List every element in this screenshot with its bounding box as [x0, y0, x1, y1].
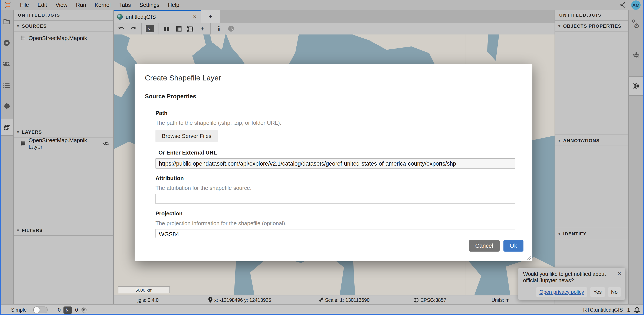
map-status-bar: jgis: 0.4.0 x: -12198496 y: 12413925 Sca… [114, 295, 554, 304]
projection-description: The projection information for the shape… [156, 220, 522, 227]
menu-kernel[interactable]: Kernel [90, 2, 115, 8]
section-header-filters[interactable]: ▾ FILTERS [14, 225, 113, 236]
layer-item-openstreetmap[interactable]: OpenStreetMap.Mapnik Layer [14, 139, 113, 148]
open-privacy-policy-button[interactable]: Open privacy policy [536, 287, 587, 297]
menu-file[interactable]: File [16, 2, 33, 8]
menu-tabs[interactable]: Tabs [115, 2, 135, 8]
jgis-panel-icon[interactable] [0, 119, 13, 136]
terminal-count: 0 [58, 307, 60, 313]
plus-icon: + [200, 25, 204, 32]
notification-yes-button[interactable]: Yes [590, 287, 605, 297]
toolbar-separator [142, 23, 142, 34]
terminal-icon[interactable]: $_ [64, 306, 72, 314]
cancel-button[interactable]: Cancel [469, 240, 500, 252]
menu-help[interactable]: Help [164, 2, 184, 8]
tab-close-icon[interactable]: ✕ [192, 14, 198, 19]
projection-code: EPSG:3857 [414, 296, 446, 304]
property-inspector-icon[interactable]: ⚙⚙ [629, 16, 644, 34]
notification-no-button[interactable]: No [608, 287, 621, 297]
simple-mode-label: Simple [11, 307, 26, 313]
left-panel-title: UNTITLED.JGIS [14, 10, 113, 21]
undo-button[interactable] [116, 24, 126, 34]
jgis-right-panel-icon[interactable] [629, 76, 644, 96]
create-shapefile-layer-dialog: Create Shapefile Layer Source Properties… [134, 64, 532, 261]
caret-down-icon: ▾ [17, 24, 19, 28]
section-header-annotations[interactable]: ▾ ANNOTATIONS [555, 134, 628, 146]
attribution-label: Attribution [156, 175, 522, 181]
location-pin-icon [208, 297, 212, 303]
caret-down-icon: ▾ [558, 138, 560, 142]
notification-close-icon[interactable]: ✕ [618, 271, 622, 276]
debugger-bug-icon[interactable] [629, 45, 644, 64]
bell-icon[interactable] [634, 307, 640, 313]
menu-run[interactable]: Run [72, 2, 90, 8]
table-of-contents-icon[interactable] [0, 77, 13, 93]
caret-down-icon: ▾ [558, 231, 560, 236]
collaboration-users-icon[interactable] [0, 56, 13, 72]
new-vector-layer-button[interactable] [185, 24, 196, 34]
section-header-layers[interactable]: ▾ LAYERS [14, 126, 113, 137]
caret-down-icon: ▾ [17, 130, 19, 134]
share-icon[interactable] [620, 2, 626, 8]
source-item-openstreetmap[interactable]: OpenStreetMap.Mapnik [14, 33, 113, 42]
console-button[interactable]: $_ [145, 24, 155, 34]
section-header-identify[interactable]: ▾ IDENTIFY [555, 228, 628, 239]
raster-grid-icon [20, 141, 26, 146]
attribution-description: The attribution for the shapefile source… [156, 185, 522, 191]
app-status-bar: Simple 0 $_ 0 RTC:untitled.jGIS 1 [0, 304, 644, 315]
jupyter-logo-icon [4, 1, 12, 8]
caret-down-icon: ▾ [17, 228, 19, 232]
extension-manager-icon[interactable] [0, 98, 13, 114]
tab-untitled-jgis[interactable]: untitled.jGIS ✕ [114, 10, 201, 23]
notification-count: 1 [627, 307, 630, 313]
map-units: Units: m [492, 296, 510, 304]
simple-mode-toggle[interactable] [33, 307, 48, 313]
menu-settings[interactable]: Settings [135, 2, 164, 8]
browse-server-files-button[interactable]: Browse Server Files [156, 130, 218, 142]
add-layer-button[interactable]: + [197, 24, 208, 34]
section-header-objects-properties[interactable]: ▾ OBJECTS PROPERTIES [555, 20, 628, 31]
external-url-label: Or Enter External URL [158, 149, 522, 156]
ok-button[interactable]: Ok [503, 240, 524, 252]
toolbar-separator [210, 23, 211, 34]
map-scale-bar: 5000 km [118, 287, 170, 293]
path-description: The path to the shapefile (.shp, .zip, o… [156, 120, 522, 126]
temporal-clock-button[interactable] [226, 24, 236, 34]
raster-grid-icon [20, 35, 26, 40]
new-tab-button[interactable]: + [201, 10, 220, 23]
projection-input[interactable] [156, 229, 515, 238]
running-kernels-icon[interactable] [0, 34, 13, 51]
jgis-file-icon [117, 14, 123, 19]
caret-down-icon: ▾ [558, 24, 560, 28]
identify-info-button[interactable]: i [214, 24, 224, 34]
tab-bar: untitled.jGIS ✕ + [114, 10, 554, 23]
jupyter-news-notification: Would you like to get notified about off… [518, 268, 625, 300]
layer-visibility-eye-icon[interactable] [103, 141, 110, 146]
attribution-input[interactable] [156, 194, 515, 204]
map-toolbar: $_ + i [114, 23, 554, 34]
dialog-form: Path The path to the shapefile (.shp, .z… [156, 110, 522, 238]
left-activity-bar [0, 10, 14, 304]
dialog-section-heading: Source Properties [145, 93, 522, 100]
jgis-version: jgis: 0.4.0 [138, 296, 158, 304]
dialog-resize-handle[interactable] [527, 256, 531, 260]
menu-view[interactable]: View [51, 2, 72, 8]
new-raster-layer-button[interactable] [173, 24, 184, 34]
menu-items: File Edit View Run Kernel Tabs Settings … [16, 2, 184, 8]
kernel-chip-icon[interactable] [81, 307, 87, 313]
pointer-coordinates: x: -12198496 y: 12413925 [208, 296, 271, 304]
user-avatar[interactable]: AM [631, 0, 640, 9]
info-icon: i [218, 25, 220, 32]
basemap-gallery-button[interactable] [162, 24, 172, 34]
menu-edit[interactable]: Edit [33, 2, 51, 8]
projection-label: Projection [156, 210, 522, 217]
external-url-input[interactable] [156, 158, 515, 169]
notification-message: Would you like to get notified about off… [523, 271, 621, 284]
redo-button[interactable] [128, 24, 138, 34]
right-activity-bar: ⚙⚙ [628, 10, 644, 304]
terminal-icon: $_ [146, 25, 154, 32]
file-browser-icon[interactable] [0, 13, 13, 29]
rtc-session-label: RTC:untitled.jGIS [583, 307, 623, 313]
map-scale-ratio: Scale: 1: 130113690 [318, 296, 370, 304]
section-header-sources[interactable]: ▾ SOURCES [14, 20, 113, 31]
